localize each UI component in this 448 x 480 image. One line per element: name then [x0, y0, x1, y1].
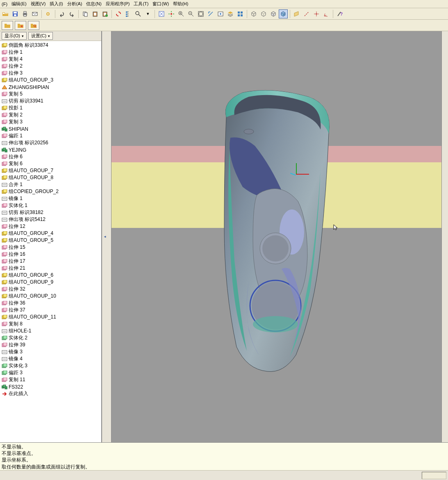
- select-filter-icon[interactable]: ▾: [143, 9, 152, 18]
- spin-center-icon[interactable]: [167, 9, 176, 18]
- redo-icon[interactable]: [67, 9, 76, 18]
- tree-item[interactable]: 复制 2: [0, 111, 101, 118]
- no-hidden-icon[interactable]: [269, 9, 278, 18]
- help-icon[interactable]: ?: [335, 9, 344, 18]
- view-manager-icon[interactable]: [236, 9, 245, 18]
- tree-item[interactable]: 组AUTO_GROUP_8: [0, 174, 101, 181]
- zoom-out-icon[interactable]: [186, 9, 196, 18]
- tree-item[interactable]: 拉伸 15: [0, 244, 101, 251]
- tree-item[interactable]: 组AUTO_GROUP_10: [0, 293, 101, 300]
- tree-item[interactable]: 拉伸 3: [0, 70, 101, 77]
- tree-item[interactable]: 偏距 1: [0, 132, 101, 139]
- display-dropdown[interactable]: 显示(O): [2, 32, 27, 40]
- tree-item[interactable]: YEJING: [0, 146, 101, 153]
- tree-item[interactable]: 复制 3: [0, 118, 101, 125]
- mail-icon[interactable]: [30, 9, 39, 18]
- menu-view[interactable]: 视图(V): [31, 1, 46, 7]
- tab-favorites-icon[interactable]: [15, 21, 26, 30]
- link-icon[interactable]: [44, 9, 53, 18]
- tree-item[interactable]: FS322: [0, 383, 101, 390]
- tree-item[interactable]: 镜像 1: [0, 195, 101, 202]
- paste-icon[interactable]: [91, 9, 100, 18]
- tree-item[interactable]: 组AUTO_GROUP_11: [0, 314, 101, 321]
- tree-item[interactable]: 伸出项 标识5412: [0, 216, 101, 223]
- tree-item[interactable]: 切剪 标识38182: [0, 209, 101, 216]
- tree-item[interactable]: 拉伸 32: [0, 286, 101, 293]
- tree-item[interactable]: 拉伸 39: [0, 341, 101, 348]
- model-tree-icon[interactable]: [124, 9, 133, 18]
- tree-item[interactable]: 组AUTO_GROUP_3: [0, 77, 101, 84]
- tree-item[interactable]: 投影 1: [0, 105, 101, 111]
- menu-file[interactable]: (F): [2, 2, 7, 7]
- tree-item[interactable]: 组AUTO_GROUP_7: [0, 167, 101, 174]
- model-tree[interactable]: 倒圆角 标识33874拉伸 1复制 4拉伸 2拉伸 3组AUTO_GROUP_3…: [0, 41, 101, 442]
- tree-item[interactable]: 复制 8: [0, 321, 101, 328]
- datum-point-icon[interactable]: [312, 9, 321, 18]
- menu-edit[interactable]: 编辑(E): [11, 1, 27, 7]
- tree-item[interactable]: 拉伸 12: [0, 223, 101, 230]
- find-icon[interactable]: [134, 9, 143, 18]
- zoom-fit-icon[interactable]: [196, 9, 205, 18]
- menu-analysis[interactable]: 分析(A): [67, 1, 82, 7]
- tree-item[interactable]: 组AUTO_GROUP_9: [0, 279, 101, 286]
- tree-item[interactable]: 组AUTO_GROUP_4: [0, 230, 101, 237]
- tree-item[interactable]: 拉伸 37: [0, 307, 101, 314]
- splitter[interactable]: [102, 31, 111, 442]
- tree-item[interactable]: 拉伸 16: [0, 251, 101, 258]
- layers-icon[interactable]: [226, 9, 235, 18]
- datum-csys-icon[interactable]: [322, 9, 331, 18]
- tree-item[interactable]: 镜像 4: [0, 355, 101, 362]
- tree-item[interactable]: 实体化 3: [0, 362, 101, 369]
- menu-info[interactable]: 信息(N): [86, 1, 101, 7]
- open-icon[interactable]: [1, 9, 10, 18]
- tree-item[interactable]: 复制 5: [0, 91, 101, 98]
- menu-application[interactable]: 应用程序(P): [106, 1, 130, 7]
- hidden-line-icon[interactable]: [259, 9, 268, 18]
- settings-dropdown[interactable]: 设置(C): [28, 32, 53, 40]
- tree-item[interactable]: 拉伸 21: [0, 265, 101, 272]
- save-icon[interactable]: [11, 9, 20, 18]
- undo-icon[interactable]: [57, 9, 66, 18]
- viewport-scrollbar[interactable]: [441, 31, 448, 442]
- reorient-icon[interactable]: [206, 9, 215, 18]
- tab-search-icon[interactable]: [28, 21, 39, 30]
- menu-help[interactable]: 帮助(H): [173, 1, 188, 7]
- tree-item[interactable]: 复制 11: [0, 376, 101, 383]
- tree-item[interactable]: 拉伸 6: [0, 153, 101, 160]
- splitter-handle-icon[interactable]: [104, 229, 107, 245]
- viewport-3d[interactable]: [111, 31, 441, 442]
- tree-item[interactable]: 倒圆角 标识33874: [0, 42, 101, 49]
- zoom-in-icon[interactable]: [177, 9, 186, 18]
- shaded-icon[interactable]: [279, 9, 288, 18]
- tree-item[interactable]: 组AUTO_GROUP_5: [0, 237, 101, 244]
- wireframe-icon[interactable]: [249, 9, 258, 18]
- saved-views-icon[interactable]: [216, 9, 225, 18]
- tab-folder-icon[interactable]: [2, 21, 13, 30]
- tree-item[interactable]: 拉伸 2: [0, 63, 101, 70]
- tree-item[interactable]: 切剪 标识33941: [0, 98, 101, 105]
- tree-item[interactable]: 组COPIED_GROUP_2: [0, 188, 101, 195]
- regen-icon[interactable]: [114, 9, 123, 18]
- print-icon[interactable]: [20, 9, 30, 18]
- tree-item[interactable]: 组AUTO_GROUP_6: [0, 272, 101, 279]
- tree-item[interactable]: 实体化 1: [0, 202, 101, 209]
- tree-item[interactable]: 组HOLE-1: [0, 328, 101, 334]
- tree-item[interactable]: 复制 6: [0, 160, 101, 167]
- datum-axis-icon[interactable]: [302, 9, 311, 18]
- datum-plane-icon[interactable]: [292, 9, 301, 18]
- tree-item[interactable]: 在此插入: [0, 390, 101, 397]
- tree-item[interactable]: 合并 1: [0, 181, 101, 188]
- menu-insert[interactable]: 插入(I): [50, 1, 63, 7]
- tree-item[interactable]: 复制 4: [0, 56, 101, 63]
- menu-tools[interactable]: 工具(T): [134, 1, 148, 7]
- tree-item[interactable]: ZHUANGSHIPIAN: [0, 84, 101, 91]
- view-repaint-icon[interactable]: [157, 9, 166, 18]
- tree-item[interactable]: 镜像 3: [0, 348, 101, 355]
- tree-item[interactable]: 偏距 3: [0, 369, 101, 376]
- tree-item[interactable]: 伸出项 标识20256: [0, 139, 101, 146]
- paste-special-icon[interactable]: [100, 9, 109, 18]
- tree-item[interactable]: 拉伸 36: [0, 300, 101, 307]
- tree-item[interactable]: SHIPIAN: [0, 125, 101, 132]
- tree-item[interactable]: 实体化 2: [0, 334, 101, 341]
- menu-window[interactable]: 窗口(W): [152, 1, 169, 7]
